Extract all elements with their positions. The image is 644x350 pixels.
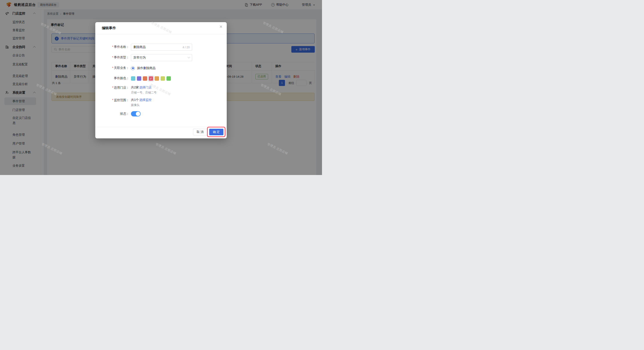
required-mark: * — [112, 45, 113, 49]
field-label-name: *事件名称： — [95, 45, 129, 49]
field-label-status: 状态： — [95, 112, 129, 116]
color-swatch-4[interactable] — [155, 76, 159, 81]
chevron-down-icon — [188, 56, 190, 58]
event-name-field[interactable]: 4 / 20 — [131, 44, 192, 51]
color-swatch-5[interactable] — [160, 76, 165, 81]
modal-header-divider — [95, 34, 227, 34]
edit-event-modal: 编辑事件 × *事件名称： 4 / 20 *事件类型： *关联业务： 操作删除商… — [95, 22, 227, 138]
event-name-input[interactable] — [134, 45, 182, 49]
radio-selected[interactable] — [131, 66, 135, 70]
stores-value-line: 共2家 选择门店 — [131, 86, 152, 89]
stores-count: 共2家 — [131, 86, 139, 89]
color-swatch-1[interactable] — [137, 76, 141, 81]
radio-label: 操作删除商品 — [137, 66, 156, 70]
field-label-monitor: *监控范围： — [95, 98, 129, 102]
monitor-count: 共1个 — [131, 98, 139, 102]
confirm-button[interactable]: 确 定 — [209, 129, 224, 135]
color-swatch-0[interactable] — [131, 76, 135, 81]
color-swatch-2[interactable] — [143, 76, 147, 81]
status-toggle-on[interactable] — [131, 111, 141, 116]
stores-selected-text: 店铺一号、店铺二号 — [131, 91, 156, 95]
event-type-value — [134, 56, 188, 59]
color-swatch-6[interactable] — [166, 76, 171, 81]
char-counter: 4 / 20 — [182, 46, 190, 49]
business-radio-row: 操作删除商品 — [131, 65, 156, 72]
field-label-stores: *适用门店： — [95, 86, 129, 90]
monitor-value-line: 共1个 选择监控 — [131, 98, 152, 102]
cancel-button[interactable]: 取 消 — [193, 129, 207, 135]
modal-footer-divider — [95, 127, 227, 127]
event-type-select[interactable] — [131, 54, 192, 61]
check-icon: ✓ — [150, 77, 152, 80]
color-swatches: ✓ — [131, 76, 171, 81]
field-label-color: 事件颜色： — [95, 76, 129, 80]
select-stores-link[interactable]: 选择门店 — [139, 86, 152, 89]
modal-title: 编辑事件 — [102, 26, 116, 31]
field-label-business: *关联业务： — [95, 66, 129, 70]
field-label-type: *事件类型： — [95, 56, 129, 59]
app-root: 银豹巡店后台 前往培训后台 下载APP ? 帮助中心 管理员 ▾ — [0, 0, 322, 175]
toggle-knob — [136, 112, 140, 116]
select-monitor-link[interactable]: 选择监控 — [139, 98, 152, 102]
color-swatch-3-selected[interactable]: ✓ — [149, 76, 153, 81]
monitor-selected-text: 摄像头 — [131, 103, 140, 107]
close-icon[interactable]: × — [220, 24, 222, 29]
